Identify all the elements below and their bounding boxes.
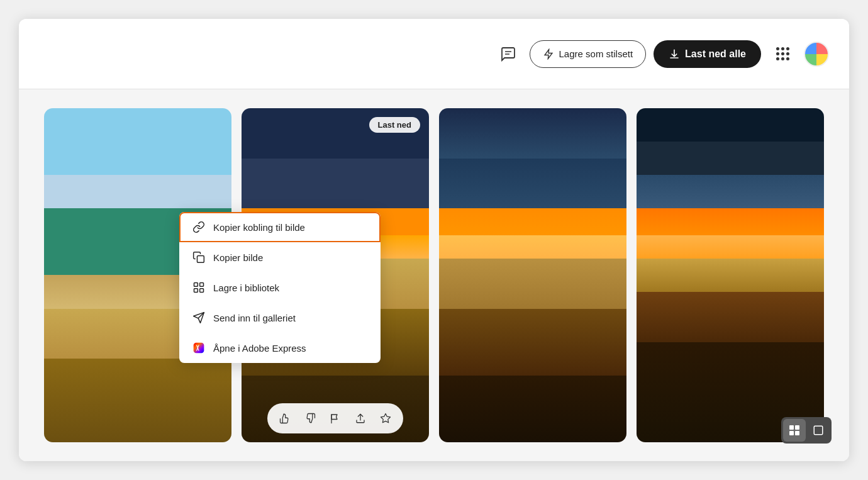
svg-rect-11 (194, 343, 204, 354)
download-all-label: Last ned alle (685, 48, 746, 60)
context-menu: Kopier kobling til bilde Kopier bilde (179, 212, 381, 363)
copy-icon (192, 250, 206, 264)
main-content: Last ned (19, 89, 849, 461)
image-grid: Last ned (44, 108, 824, 442)
download-badge: Last ned (369, 117, 420, 133)
adobe-express-icon (192, 341, 206, 355)
download-icon (669, 48, 680, 60)
lightning-icon (543, 48, 554, 60)
menu-label-open-express: Åpne i Adobe Express (213, 343, 306, 354)
save-styleset-button[interactable]: Lagre som stilsett (530, 40, 647, 68)
svg-marker-2 (545, 49, 552, 59)
apps-grid-icon (776, 47, 789, 60)
svg-rect-7 (194, 283, 198, 287)
header: Lagre som stilsett Last ned alle (19, 19, 849, 89)
thumbdown-icon (304, 413, 316, 424)
flag-icon (330, 413, 341, 424)
svg-rect-8 (200, 283, 204, 287)
svg-rect-9 (194, 289, 198, 293)
menu-label-submit-gallery: Send inn til galleriet (213, 313, 296, 323)
flag-button[interactable] (324, 407, 347, 430)
thumbup-button[interactable] (274, 407, 296, 430)
library-icon (192, 281, 206, 294)
star-icon (380, 413, 391, 424)
menu-item-submit-gallery[interactable]: Send inn til galleriet (179, 303, 381, 333)
send-icon (192, 311, 206, 325)
menu-label-copy-image: Kopier bilde (213, 252, 263, 263)
single-view-button[interactable] (807, 419, 830, 442)
menu-item-save-library[interactable]: Lagre i bibliotek (179, 272, 381, 303)
menu-item-copy-link[interactable]: Kopier kobling til bilde (179, 212, 381, 242)
share-button[interactable] (349, 407, 372, 430)
share-icon (355, 413, 366, 424)
menu-label-copy-link: Kopier kobling til bilde (213, 222, 305, 233)
grid-view-button[interactable] (783, 419, 806, 442)
feedback-button[interactable] (494, 40, 522, 68)
svg-rect-12 (814, 426, 823, 435)
link-icon (192, 220, 206, 234)
menu-item-copy-image[interactable]: Kopier bilde (179, 242, 381, 272)
feedback-icon (501, 47, 516, 62)
grid-4-icon (789, 425, 799, 435)
avatar[interactable] (804, 42, 829, 67)
menu-item-open-express[interactable]: Åpne i Adobe Express (179, 333, 381, 363)
svg-rect-6 (198, 256, 204, 263)
svg-marker-5 (381, 414, 391, 423)
star-button[interactable] (374, 407, 397, 430)
download-all-button[interactable]: Last ned alle (654, 40, 761, 68)
view-toggle (781, 417, 832, 444)
save-styleset-label: Lagre som stilsett (559, 48, 633, 59)
image-action-bar (267, 403, 403, 433)
menu-label-save-library: Lagre i bibliotek (213, 282, 279, 293)
single-view-icon (813, 425, 824, 436)
apps-button[interactable] (769, 40, 796, 68)
thumbdown-button[interactable] (299, 407, 321, 430)
svg-rect-10 (200, 289, 204, 293)
image-card-4[interactable] (637, 108, 824, 442)
thumbup-icon (279, 413, 291, 424)
image-card-3[interactable] (439, 108, 626, 442)
